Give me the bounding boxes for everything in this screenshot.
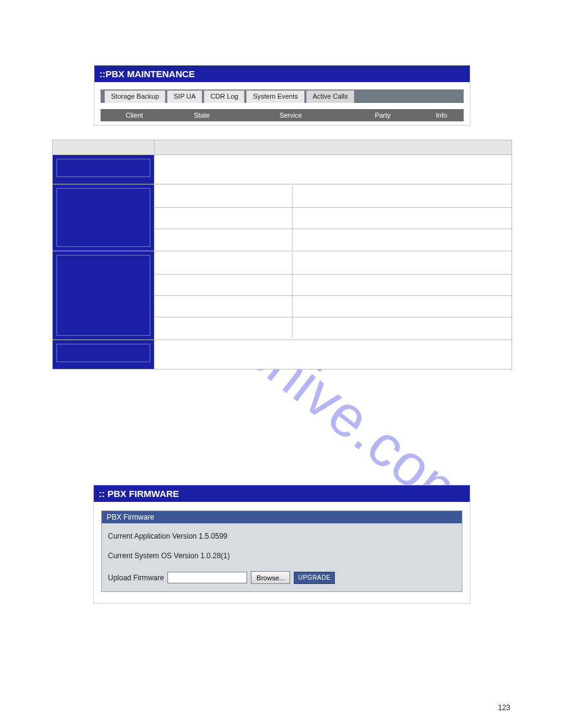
maintenance-tabstrip: Storage Backup SIP UA CDR Log System Eve… [101,89,464,103]
row2-value-cell [155,184,512,251]
row4-label-cell [53,340,155,370]
table-header-right [155,140,512,155]
tab-active-calls[interactable]: Active Calls [306,90,354,103]
pbx-maintenance-panel: ::PBX MAINTENANCE Storage Backup SIP UA … [94,65,470,126]
page-number: 123 [498,703,510,712]
app-version-text: Current Application Version 1.5.0599 [108,532,456,540]
row3-label-cell [53,251,155,340]
pbx-firmware-panel: :: PBX FIRMWARE PBX Firmware Current App… [93,485,470,604]
tab-sip-ua[interactable]: SIP UA [167,90,202,103]
firmware-panel-title: PBX Firmware [102,511,462,523]
col-info: Info [419,112,464,119]
active-calls-column-header: Client State Service Party Info [101,109,464,121]
firmware-body: PBX Firmware Current Application Version… [94,502,470,603]
description-table [52,140,512,370]
upgrade-button[interactable]: UPGRADE [294,572,335,584]
col-party: Party [346,112,419,119]
tab-system-events[interactable]: System Events [246,90,304,103]
row3-value-cell [155,251,512,340]
firmware-panel-body: Current Application Version 1.5.0599 Cur… [102,523,462,591]
row2-label-cell [53,184,155,251]
browse-button[interactable]: Browse... [251,571,290,584]
firmware-file-input[interactable] [167,572,247,583]
firmware-inner-panel: PBX Firmware Current Application Version… [101,510,462,592]
maintenance-header: ::PBX MAINTENANCE [94,66,470,82]
row1-value-cell [155,155,512,184]
firmware-header: :: PBX FIRMWARE [94,485,470,502]
upload-firmware-form: Upload Firmware Browse... UPGRADE [108,571,456,584]
col-service: Service [236,112,346,119]
row4-value-cell [155,340,512,370]
row1-label-cell [53,155,155,184]
col-client: Client [101,112,168,119]
table-header-left [53,140,155,155]
upload-label: Upload Firmware [108,574,164,582]
maintenance-body: Storage Backup SIP UA CDR Log System Eve… [94,82,470,125]
col-state: State [168,112,236,119]
os-version-text: Current System OS Version 1.0.28(1) [108,552,456,560]
tab-storage-backup[interactable]: Storage Backup [104,90,166,103]
tab-cdr-log[interactable]: CDR Log [204,90,245,103]
